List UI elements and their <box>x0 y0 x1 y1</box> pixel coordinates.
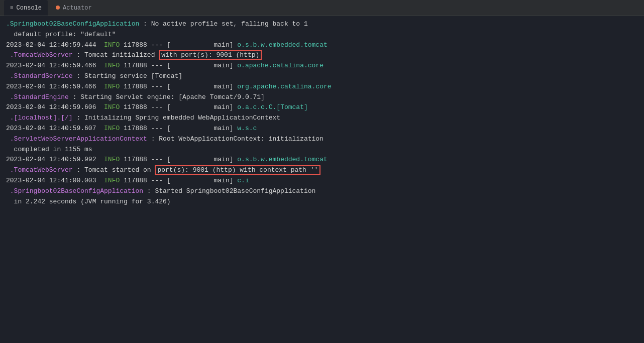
log-text: org.apache.catalina.core <box>237 83 331 90</box>
log-line: .[localhost].[/] : Initializing Spring e… <box>6 113 638 124</box>
log-text: 117888 --- [ main] <box>120 103 237 111</box>
log-text: c.i <box>237 177 249 184</box>
log-text: 117888 --- [ main] <box>120 62 237 69</box>
log-text: : Started Springboot02BaseConfigApplicat… <box>143 187 315 195</box>
console-icon: ≡ <box>10 5 14 11</box>
log-text: o.a.c.c.C.[Tomcat] <box>237 103 307 111</box>
log-text: : Root WebApplicationContext: initializa… <box>147 135 324 143</box>
log-text: : Tomcat started on <box>73 166 155 174</box>
log-line: .StandardEngine : Starting Servlet engin… <box>6 92 638 103</box>
log-text: 117888 --- [ main] <box>120 177 237 184</box>
log-line: 2023-02-04 12:40:59.992 INFO 117888 --- … <box>6 155 638 165</box>
log-text: .StandardService <box>6 72 73 80</box>
log-text: 2023-02-04 12:40:59.607 <box>6 125 104 132</box>
log-text: .Springboot02BaseConfigApplication <box>6 187 143 195</box>
console-label: Console <box>17 5 42 12</box>
log-line: completed in 1155 ms <box>6 145 638 155</box>
log-text: INFO <box>104 103 120 111</box>
log-text: : Initializing Spring embedded WebApplic… <box>73 114 280 122</box>
tab-bar: ≡ Console Actuator <box>0 0 644 16</box>
log-line: .TomcatWebServer : Tomcat started on por… <box>6 165 638 176</box>
log-line: .Springboot02BaseConfigApplication : Sta… <box>6 186 638 197</box>
log-text: : Tomcat initialized <box>73 51 159 59</box>
log-line: .ServletWebServerApplicationContext : Ro… <box>6 134 638 145</box>
log-text: with port(s): 9001 (http) <box>159 50 262 60</box>
actuator-icon <box>56 5 60 12</box>
log-text: .[localhost].[/] <box>6 114 73 122</box>
log-text: o.apache.catalina.core <box>237 62 324 69</box>
tab-actuator[interactable]: Actuator <box>50 0 98 16</box>
log-text: 117888 --- [ main] <box>120 125 237 132</box>
log-text: completed in 1155 ms <box>6 146 92 153</box>
log-text: .Springboot02BaseConfigApplication <box>6 20 139 28</box>
log-text: 2023-02-04 12:40:59.606 <box>6 103 104 111</box>
log-text: 117888 --- [ main] <box>120 156 237 163</box>
log-text: : Starting service [Tomcat] <box>73 72 182 80</box>
log-text: port(s): 9001 (http) with context path '… <box>155 165 320 175</box>
log-text: 2023-02-04 12:40:59.466 <box>6 62 104 69</box>
log-text: 117888 --- [ main] <box>120 83 237 90</box>
log-text: 2023-02-04 12:40:59.466 <box>6 83 104 90</box>
log-text: o.s.b.w.embedded.tomcat <box>237 156 327 163</box>
log-text: INFO <box>104 62 120 69</box>
log-line: 2023-02-04 12:40:59.466 INFO 117888 --- … <box>6 82 638 92</box>
log-text: 2023-02-04 12:41:00.003 <box>6 177 104 184</box>
log-text: : Starting Servlet engine: [Apache Tomca… <box>69 93 265 101</box>
log-line: 2023-02-04 12:41:00.003 INFO 117888 --- … <box>6 176 638 186</box>
tab-console[interactable]: ≡ Console <box>4 0 48 16</box>
log-text: INFO <box>104 41 120 49</box>
log-text: : No active profile set, falling back to… <box>139 20 307 28</box>
log-line: .StandardService : Starting service [Tom… <box>6 71 638 82</box>
log-text: o.s.b.w.embedded.tomcat <box>237 41 327 49</box>
log-text: in 2.242 seconds (JVM running for 3.426) <box>6 198 171 205</box>
log-text: .ServletWebServerApplicationContext <box>6 135 147 143</box>
log-text: w.s.c <box>237 125 257 132</box>
log-line: .TomcatWebServer : Tomcat initialized wi… <box>6 50 638 61</box>
log-text: default profile: "default" <box>6 31 116 38</box>
log-text: .StandardEngine <box>6 93 69 101</box>
log-line: 2023-02-04 12:40:59.607 INFO 117888 --- … <box>6 124 638 134</box>
log-line: 2023-02-04 12:40:59.466 INFO 117888 --- … <box>6 61 638 71</box>
actuator-label: Actuator <box>63 5 92 12</box>
log-text: INFO <box>104 83 120 90</box>
log-text: INFO <box>104 156 120 163</box>
log-line: 2023-02-04 12:40:59.444 INFO 117888 --- … <box>6 40 638 51</box>
log-text: INFO <box>104 177 120 184</box>
log-text: 2023-02-04 12:40:59.444 <box>6 41 104 49</box>
log-text: 2023-02-04 12:40:59.992 <box>6 156 104 163</box>
log-text: .TomcatWebServer <box>6 166 73 174</box>
log-text: .TomcatWebServer <box>6 51 73 59</box>
log-line: in 2.242 seconds (JVM running for 3.426) <box>6 197 638 207</box>
log-line: default profile: "default" <box>6 30 638 40</box>
log-text: 117888 --- [ main] <box>120 41 237 49</box>
log-line: .Springboot02BaseConfigApplication : No … <box>6 19 638 30</box>
log-line: 2023-02-04 12:40:59.606 INFO 117888 --- … <box>6 102 638 113</box>
console-area[interactable]: .Springboot02BaseConfigApplication : No … <box>0 16 644 343</box>
log-text: INFO <box>104 125 120 132</box>
